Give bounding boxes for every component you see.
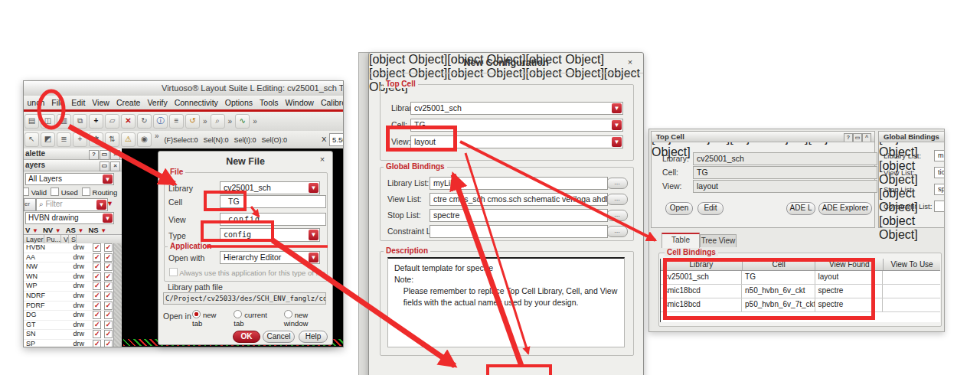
menu-item[interactable]: Edit <box>68 98 89 107</box>
binding-browse-button[interactable]: ... <box>606 210 628 221</box>
menu-item[interactable]: Window <box>282 98 317 107</box>
copy-icon[interactable]: ⧉ <box>73 114 87 129</box>
chevron-down-icon[interactable]: ▼ <box>309 230 318 240</box>
zoom-icon[interactable]: ⌕ <box>211 114 225 129</box>
info-icon[interactable]: ⓘ <box>153 114 168 129</box>
visibility-toggle[interactable]: V ▼ <box>25 226 38 234</box>
open-in-radio[interactable]: current tab <box>234 310 275 328</box>
menu-item[interactable]: View <box>89 98 113 107</box>
select-cursor-icon[interactable]: ↖ <box>24 132 39 147</box>
layer-row[interactable]: NDRF drw <box>24 292 114 302</box>
layer-selectable-checkbox[interactable] <box>103 282 114 291</box>
hier-global-field[interactable]: sp <box>934 184 945 195</box>
undock-icon[interactable]: ▭ <box>100 161 109 171</box>
table-column-header[interactable]: Library <box>661 259 743 270</box>
tab-table-view[interactable]: Table View <box>662 233 700 248</box>
visibility-toggle[interactable]: NV ▼ <box>43 226 61 234</box>
binding-field[interactable]: myLib <box>430 177 608 190</box>
table-column-header[interactable]: [object Object] <box>879 214 918 241</box>
layer-visible-checkbox[interactable] <box>91 262 103 272</box>
close-icon[interactable]: × <box>317 155 328 165</box>
visibility-toggle[interactable]: NS ▼ <box>88 226 106 234</box>
table-row[interactable]: cv25001_sch TG layout <box>661 271 940 285</box>
table-row[interactable]: smic18bcd p50_hvbn_6v_7t_ckt spectre <box>661 298 940 312</box>
layer-visible-checkbox[interactable] <box>91 340 103 347</box>
top-cell-field[interactable]: cv25001_sch▼ <box>410 102 623 115</box>
table-row[interactable]: smic18bcd n50_hvbn_6v_ckt spectre <box>661 285 940 298</box>
layer-flag-checkbox[interactable]: Valid <box>24 188 47 197</box>
binding-field[interactable]: spectre <box>430 209 608 222</box>
layer-selectable-checkbox[interactable] <box>103 253 114 262</box>
cancel-button[interactable]: Cancel <box>263 331 295 343</box>
layer-selectable-checkbox[interactable] <box>103 292 114 301</box>
layer-selectable-checkbox[interactable] <box>103 330 114 339</box>
layer-selectable-checkbox[interactable] <box>103 262 114 272</box>
route-icon[interactable]: ∿ <box>235 114 250 129</box>
layer-visible-checkbox[interactable] <box>91 243 103 253</box>
paste-icon[interactable]: ▱ <box>105 114 119 129</box>
hier-top-field[interactable]: cv25001_sch <box>693 152 877 165</box>
layer-row[interactable]: SN drw <box>24 330 114 340</box>
layer-visible-checkbox[interactable] <box>91 321 103 330</box>
tab-tree-view[interactable]: Tree View <box>700 234 737 247</box>
binding-field[interactable]: ctre cmos_sch cmos.sch schematic verilog… <box>430 193 608 206</box>
layer-table-scrollbar[interactable] <box>113 243 122 347</box>
top-cell-panel-header[interactable]: Top Cell ? ▭ ^ <box>652 132 874 142</box>
chevron-down-icon[interactable]: ▼ <box>103 214 113 223</box>
global-bindings-panel-header[interactable]: Global Bindings <box>879 132 945 142</box>
cell-input[interactable]: TG <box>220 195 326 208</box>
help-button[interactable]: Help <box>299 331 328 343</box>
probe-icon[interactable]: ◉ <box>137 132 152 147</box>
table-column-header[interactable]: Cell <box>743 259 816 270</box>
chevron-down-icon[interactable]: ▼ <box>612 103 622 113</box>
edit-button[interactable]: Edit <box>697 202 724 215</box>
flip-icon[interactable]: ⇅ <box>105 132 119 147</box>
x-coordinate-field[interactable]: 5.500 <box>329 133 343 146</box>
chevron-down-icon[interactable]: ▼ <box>309 183 318 193</box>
layer-filter-select[interactable]: All Layers ▼ <box>25 173 114 185</box>
always-use-checkbox[interactable]: Always use this application for this typ… <box>169 268 325 277</box>
chevron-down-icon[interactable]: ▼ <box>103 174 113 184</box>
chevron-down-icon[interactable]: ▼ <box>612 137 622 147</box>
active-layer-select[interactable]: HVBN drawing ▼ <box>25 212 114 224</box>
move-icon[interactable]: + <box>89 114 103 129</box>
palette-header[interactable]: alette ? ▭ × <box>24 148 122 160</box>
chevron-down-icon[interactable]: ▼ <box>106 200 113 207</box>
open-in-radio[interactable]: new tab <box>192 310 225 328</box>
menu-item[interactable]: Verify <box>144 98 171 107</box>
ok-button[interactable]: OK <box>233 331 260 343</box>
layer-selectable-checkbox[interactable] <box>103 302 114 311</box>
layer-selectable-checkbox[interactable] <box>103 243 114 253</box>
binding-field[interactable] <box>430 225 608 238</box>
help-icon[interactable]: ? <box>844 133 853 142</box>
hier-global-field[interactable] <box>934 201 945 212</box>
binding-browse-button[interactable]: ... <box>606 178 628 189</box>
library-select[interactable]: cv25001_sch ▼ <box>220 181 320 194</box>
menu-item[interactable]: Connectivity <box>171 98 221 107</box>
layer-visible-checkbox[interactable] <box>91 330 103 339</box>
menu-item[interactable]: File <box>48 98 68 107</box>
gear-icon[interactable]: ✱ <box>89 132 103 147</box>
layer-selectable-checkbox[interactable] <box>103 311 114 320</box>
hier-global-field[interactable]: tic <box>934 167 945 178</box>
layer-row[interactable]: HVBN drw <box>24 243 114 253</box>
menu-item[interactable]: Options <box>221 98 256 107</box>
layer-selectable-checkbox[interactable] <box>103 340 114 347</box>
ade-l-button[interactable]: ADE L <box>786 202 815 215</box>
virtuoso-titlebar[interactable]: Virtuoso® Layout Suite L Editing: cv2500… <box>24 81 343 96</box>
layer-row[interactable]: PDRF drw <box>24 302 114 311</box>
layers-header[interactable]: ayers ▭ × <box>24 160 122 171</box>
table-column-header[interactable]: View Found <box>815 259 884 270</box>
layer-selectable-checkbox[interactable] <box>103 272 114 282</box>
help-icon[interactable]: ? <box>89 150 99 160</box>
close-icon[interactable]: × <box>625 57 635 68</box>
collapse-icon[interactable]: ^ <box>862 133 871 142</box>
hier-top-field[interactable]: TG <box>693 166 877 179</box>
layer-flag-checkbox[interactable]: Routing <box>82 188 117 197</box>
rotate-icon[interactable]: ↻ <box>137 114 152 129</box>
layer-visible-checkbox[interactable] <box>91 282 103 291</box>
table-column-header[interactable]: View To Use <box>884 259 940 270</box>
top-cell-field[interactable]: TG▼ <box>410 119 623 132</box>
undo-icon[interactable]: ↺ <box>185 114 200 129</box>
undock-icon[interactable]: ▭ <box>853 133 862 142</box>
